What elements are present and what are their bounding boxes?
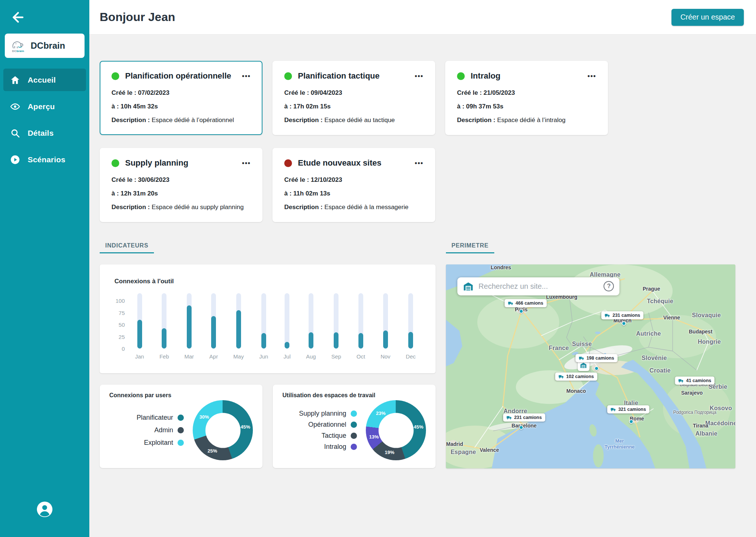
- map-place-label: Autriche: [636, 330, 661, 337]
- space-time: à : 17h 02m 15s: [284, 103, 423, 110]
- map-place-label: Prague: [643, 286, 660, 292]
- sidebar-item-label: Accueil: [28, 76, 56, 84]
- site-dot-marker[interactable]: [519, 425, 523, 430]
- page-title: Bonjour Jean: [100, 10, 175, 24]
- map-place-label: Espagne: [451, 449, 476, 455]
- sidebar-item-accueil[interactable]: Accueil: [3, 69, 86, 91]
- bar: [236, 310, 241, 349]
- bar-category-label: Feb: [159, 353, 169, 360]
- map[interactable]: LondresAllemagnePragueLuxembourgTchéquie…: [446, 264, 735, 468]
- brand-chip[interactable]: DCbrain DCbrain: [5, 34, 85, 58]
- space-status-dot: [111, 72, 119, 80]
- map-place-label: Albanie: [695, 430, 718, 437]
- truck-count-badge[interactable]: 231 camions: [601, 311, 643, 319]
- bar-track: [309, 293, 313, 349]
- truck-count-badge[interactable]: 198 camions: [575, 354, 618, 362]
- map-place-label: Londres: [491, 264, 511, 270]
- legend-color-dot: [351, 433, 357, 439]
- legend-item: Supply planning: [299, 410, 357, 418]
- more-options-icon[interactable]: •••: [242, 72, 251, 80]
- space-created: Créé le : 09/04/2023: [284, 89, 423, 97]
- bar: [261, 333, 266, 349]
- legend-label: Intralog: [324, 443, 346, 451]
- legend-label: Supply planning: [299, 410, 346, 418]
- tab-perimetre[interactable]: PERIMETRE: [446, 242, 494, 253]
- legend-item: Exploitant: [144, 439, 184, 447]
- map-place-label: Barcelone: [512, 423, 537, 429]
- sidebar-menu: Accueil Aperçu Détails Scénarios: [0, 69, 89, 171]
- bar: [162, 328, 166, 349]
- truck-count-badge[interactable]: 102 camions: [555, 373, 597, 381]
- bar: [285, 342, 289, 349]
- y-tick-label: 75: [118, 310, 125, 316]
- tab-indicateurs[interactable]: INDICATEURS: [100, 242, 154, 253]
- space-time: à : 12h 31m 20s: [111, 190, 251, 197]
- search-icon: [10, 128, 20, 138]
- space-created: Créé le : 07/02/2023: [111, 89, 251, 97]
- bar-chart-bars: JanFebMarAprMayJunJulAugSepOctNovDec: [128, 293, 421, 360]
- legend-item: Tactique: [322, 432, 357, 440]
- user-avatar[interactable]: [36, 501, 53, 518]
- space-description: Description : Espace dédié à l’intralog: [457, 117, 596, 124]
- space-card[interactable]: Supply planning ••• Créé le : 30/06/2023…: [100, 148, 262, 222]
- truck-count-badge[interactable]: 231 camions: [503, 413, 545, 422]
- bar-category-label: Dec: [406, 353, 416, 360]
- map-place-label: Tirana: [693, 423, 708, 429]
- legend-label: Planificateur: [137, 414, 173, 422]
- bar-column: Dec: [406, 293, 416, 360]
- space-status-dot: [284, 72, 292, 80]
- map-place-label: Budapest: [689, 329, 712, 335]
- legend-item: Intralog: [324, 443, 357, 451]
- bar: [383, 330, 388, 349]
- sidebar-item-label: Détails: [28, 129, 54, 138]
- legend-color-dot: [351, 410, 357, 417]
- chart-title: Connexions à l'outil: [114, 278, 421, 285]
- map-place-label: Monaco: [566, 388, 586, 394]
- sidebar-item-apercu[interactable]: Aperçu: [3, 95, 86, 118]
- warehouse-icon: [580, 362, 587, 369]
- site-search-input[interactable]: [478, 282, 599, 291]
- map-place-label: Slovaquie: [692, 312, 721, 319]
- sidebar: DCbrain DCbrain Accueil Aperçu Détails: [0, 0, 89, 537]
- bar-category-label: Aug: [306, 353, 316, 360]
- more-options-icon[interactable]: •••: [242, 159, 251, 167]
- space-card[interactable]: Planification tactique ••• Créé le : 09/…: [272, 61, 435, 135]
- eye-icon: [10, 101, 20, 112]
- sidebar-item-details[interactable]: Détails: [3, 122, 86, 144]
- more-options-icon[interactable]: •••: [588, 72, 596, 80]
- truck-count-badge[interactable]: 321 camions: [607, 405, 649, 413]
- bar-track: [137, 293, 142, 349]
- site-dot-marker[interactable]: [594, 366, 599, 371]
- space-card[interactable]: Etude nouveaux sites ••• Créé le : 12/10…: [272, 148, 435, 222]
- more-options-icon[interactable]: •••: [415, 159, 423, 167]
- bar-track-bg: [285, 293, 289, 349]
- legend-color-dot: [351, 444, 357, 450]
- bar-column: May: [233, 293, 244, 360]
- bar-track: [187, 293, 192, 349]
- sidebar-item-scenarios[interactable]: Scénarios: [3, 148, 86, 171]
- create-space-button[interactable]: Créer un espace: [671, 9, 744, 26]
- help-icon[interactable]: ?: [604, 281, 614, 291]
- site-dot-marker[interactable]: [622, 321, 626, 326]
- donut-chart: 45%25%30%: [193, 400, 253, 460]
- back-button[interactable]: [10, 10, 26, 25]
- bar-column: Apr: [209, 293, 218, 360]
- legend-label: Tactique: [322, 432, 346, 440]
- truck-count-badge[interactable]: 466 camions: [505, 299, 547, 307]
- space-status-dot: [457, 72, 465, 80]
- bar-column: Nov: [381, 293, 391, 360]
- bar-column: Jul: [284, 293, 291, 360]
- chart-title: Connexions par users: [109, 392, 253, 399]
- bar-column: Sep: [331, 293, 341, 360]
- site-dot-marker[interactable]: [629, 419, 633, 424]
- space-card[interactable]: Intralog ••• Créé le : 21/05/2023 à : 09…: [445, 61, 608, 135]
- bar: [358, 333, 363, 349]
- space-card[interactable]: Planification opérationnelle ••• Créé le…: [100, 61, 262, 135]
- donut-hole: [378, 413, 413, 448]
- bar-category-label: Jan: [135, 353, 144, 360]
- more-options-icon[interactable]: •••: [415, 72, 423, 80]
- legend-label: Opérationnel: [308, 421, 346, 429]
- site-dot-marker[interactable]: [519, 309, 523, 313]
- bar-chart: 0255075100 JanFebMarAprMayJunJulAugSepOc…: [114, 293, 421, 360]
- truck-count-badge[interactable]: 41 camions: [675, 377, 715, 385]
